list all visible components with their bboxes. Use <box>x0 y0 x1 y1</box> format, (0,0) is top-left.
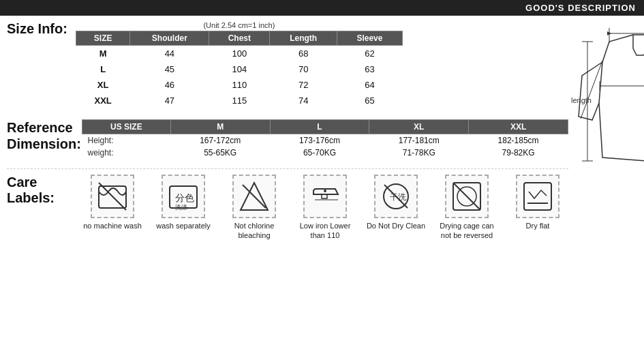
jacket-diagram: Shoulder Chest length sleeve <box>568 21 644 253</box>
care-label: Drying cage can not be reversed <box>436 221 497 241</box>
care-icon-no-dry-clean: 干洗 <box>374 175 418 218</box>
size-table-row: XXL471157465 <box>76 93 402 108</box>
size-table-row: XL461107264 <box>76 77 402 93</box>
ref-table-wrapper: US SIZE M L XL XXL Height:167-172cm173-1… <box>82 119 568 162</box>
care-item: Low iron Lower than 110 <box>294 175 356 241</box>
care-icon-wash-separately: 分色 洗涤 <box>162 175 205 218</box>
ref-col-xxl: XXL <box>469 120 568 134</box>
col-chest: Chest <box>209 31 270 46</box>
ref-cell: 55-65KG <box>170 147 270 159</box>
size-cell: 68 <box>270 46 337 62</box>
size-cell: XXL <box>76 93 130 108</box>
size-cell: 65 <box>337 93 403 108</box>
size-cell: 100 <box>209 46 270 62</box>
care-item: 分色 洗涤 wash separately <box>153 175 214 230</box>
size-cell: 74 <box>270 93 337 108</box>
col-length: Length <box>270 31 337 46</box>
ref-table-row: Height:167-172cm173-176cm177-181cm182-18… <box>82 134 568 147</box>
svg-rect-16 <box>524 183 551 210</box>
care-icon-no-tumble-dry <box>445 175 489 218</box>
care-icons: no machine wash 分色 洗涤 wash separately No… <box>82 175 568 241</box>
care-label: Dry flat <box>526 221 550 230</box>
care-title: Care Labels: <box>7 175 82 206</box>
care-label: Do Not Dry Clean <box>367 221 425 230</box>
care-label: Not chlorine bleaching <box>224 221 285 241</box>
left-section: Size Info: (Unit 2.54 cm=1 inch) SIZE Sh… <box>7 21 568 253</box>
size-info-title: Size Info: <box>7 21 67 37</box>
ref-col-l: L <box>270 120 369 134</box>
size-cell: M <box>76 46 130 62</box>
page-wrapper: GOOD'S DESCRIPTION Size Info: (Unit 2.54… <box>0 0 644 358</box>
size-cell: XL <box>76 77 130 93</box>
svg-text:洗涤: 洗涤 <box>175 204 187 211</box>
ref-table: US SIZE M L XL XXL Height:167-172cm173-1… <box>82 119 568 159</box>
header-title: GOOD'S DESCRIPTION <box>525 3 636 13</box>
size-info-section: Size Info: (Unit 2.54 cm=1 inch) SIZE Sh… <box>7 21 568 114</box>
size-table: SIZE Shoulder Chest Length Sleeve M44100… <box>76 31 403 108</box>
col-sleeve: Sleeve <box>337 31 403 46</box>
size-cell: 104 <box>209 61 270 77</box>
ref-cell: 173-176cm <box>270 134 369 147</box>
header-bar: GOOD'S DESCRIPTION <box>0 0 644 16</box>
care-item: 干洗 Do Not Dry Clean <box>365 175 427 230</box>
ref-table-row: weight:55-65KG65-70KG71-78KG79-82KG <box>82 147 568 159</box>
care-label: wash separately <box>156 221 211 230</box>
col-shoulder: Shoulder <box>130 31 209 46</box>
size-cell: 110 <box>209 77 270 93</box>
size-cell: 46 <box>130 77 209 93</box>
care-item: Not chlorine bleaching <box>224 175 285 241</box>
reference-section: Reference Dimension: US SIZE M L XL XXL <box>7 119 568 162</box>
care-icon-no-bleach <box>232 175 276 218</box>
ref-cell: 177-181cm <box>369 134 469 147</box>
care-item: Dry flat <box>507 175 568 230</box>
col-size: SIZE <box>76 31 130 46</box>
care-icon-low-iron <box>303 175 347 218</box>
size-cell: 45 <box>130 61 209 77</box>
svg-text:干洗: 干洗 <box>390 192 406 202</box>
ref-cell: 182-185cm <box>469 134 568 147</box>
care-item: Drying cage can not be reversed <box>436 175 497 241</box>
main-content: Size Info: (Unit 2.54 cm=1 inch) SIZE Sh… <box>0 16 644 258</box>
care-label: Low iron Lower than 110 <box>294 221 356 241</box>
size-cell: 44 <box>130 46 209 62</box>
care-section: Care Labels: no machine wash 分色 洗涤 wash … <box>7 168 568 246</box>
ref-cell: weight: <box>82 147 171 159</box>
size-table-row: M441006862 <box>76 46 402 62</box>
svg-line-6 <box>243 185 266 208</box>
care-label: no machine wash <box>83 221 142 230</box>
reference-title: Reference Dimension: <box>7 119 82 152</box>
size-cell: L <box>76 61 130 77</box>
unit-note: (Unit 2.54 cm=1 inch) <box>76 21 403 29</box>
ref-cell: 65-70KG <box>270 147 369 159</box>
size-cell: 64 <box>337 77 403 93</box>
ref-header-row: US SIZE M L XL XXL <box>82 120 568 134</box>
ref-cell: Height: <box>82 134 171 147</box>
care-icon-dry-flat <box>516 175 559 218</box>
size-cell: 62 <box>337 46 403 62</box>
ref-col-xl: XL <box>369 120 469 134</box>
svg-point-9 <box>324 190 326 192</box>
care-icon-no-machine-wash <box>91 175 134 218</box>
ref-col-us: US SIZE <box>82 120 171 134</box>
ref-cell: 79-82KG <box>469 147 568 159</box>
size-cell: 70 <box>270 61 337 77</box>
svg-text:分色: 分色 <box>175 192 194 203</box>
size-cell: 47 <box>130 93 209 108</box>
care-item: no machine wash <box>82 175 143 230</box>
ref-col-m: M <box>170 120 270 134</box>
size-table-header-row: SIZE Shoulder Chest Length Sleeve <box>76 31 402 46</box>
size-cell: 72 <box>270 77 337 93</box>
size-table-row: L451047063 <box>76 61 402 77</box>
size-cell: 115 <box>209 93 270 108</box>
ref-cell: 167-172cm <box>170 134 270 147</box>
jacket-diagram-section: Shoulder Chest length sleeve <box>568 21 644 253</box>
size-cell: 63 <box>337 61 403 77</box>
ref-cell: 71-78KG <box>369 147 469 159</box>
